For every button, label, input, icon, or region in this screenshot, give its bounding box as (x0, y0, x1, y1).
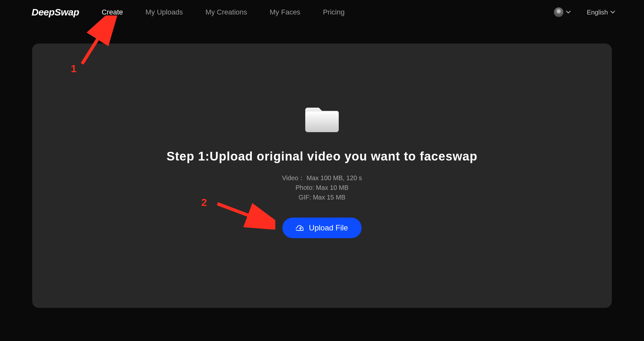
header: DeepSwap Create My Uploads My Creations … (0, 0, 644, 24)
nav-my-faces[interactable]: My Faces (270, 8, 300, 16)
chevron-down-icon (566, 10, 571, 15)
nav-my-uploads[interactable]: My Uploads (146, 8, 183, 16)
nav-pricing[interactable]: Pricing (323, 8, 345, 16)
limit-gif: GIF: Max 15 MB (282, 192, 362, 202)
limit-photo: Photo: Max 10 MB (282, 183, 362, 192)
upload-file-button[interactable]: Upload File (282, 218, 361, 238)
nav-create[interactable]: Create (102, 8, 123, 16)
account-menu[interactable] (554, 7, 571, 17)
folder-icon (305, 103, 339, 133)
upload-panel: Step 1:Upload original video you want to… (32, 44, 612, 308)
avatar-icon (554, 7, 564, 17)
header-right: English (554, 7, 615, 17)
language-label: English (587, 9, 608, 16)
nav: Create My Uploads My Creations My Faces … (102, 8, 554, 16)
nav-my-creations[interactable]: My Creations (205, 8, 247, 16)
language-selector[interactable]: English (587, 9, 615, 16)
upload-file-label: Upload File (309, 223, 348, 232)
svg-rect-0 (305, 112, 339, 132)
chevron-down-icon (611, 10, 615, 15)
upload-limits: Video： Max 100 MB, 120 s Photo: Max 10 M… (282, 173, 362, 202)
annotation-number-2: 2 (201, 197, 207, 209)
limit-video: Video： Max 100 MB, 120 s (282, 173, 362, 183)
annotation-number-1: 1 (71, 63, 77, 75)
logo[interactable]: DeepSwap (32, 7, 79, 18)
step-heading: Step 1:Upload original video you want to… (166, 150, 477, 163)
cloud-upload-icon (296, 224, 305, 231)
